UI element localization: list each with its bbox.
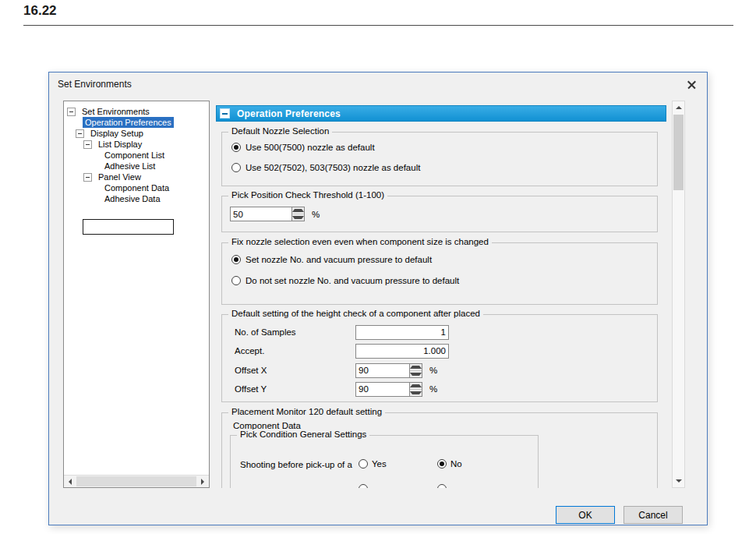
settings-tree: Set Environments Operation Preferences D… [63,101,210,488]
content-header-title: Operation Preferences [237,108,341,119]
scroll-left-icon[interactable] [64,476,76,487]
tree-item-display-setup[interactable]: Display Setup [64,128,209,139]
radio-label: Set nozzle No. and vacuum pressure to de… [246,255,432,264]
field-label: Accept. [235,346,355,355]
spin-up-icon[interactable] [410,364,422,371]
tree-item-label: List Display [96,139,144,150]
radio-yes[interactable] [359,459,368,469]
spin-up-icon[interactable] [292,207,304,214]
tree-item-list-display[interactable]: List Display [64,139,209,150]
spin-down-icon[interactable] [410,371,422,377]
expander-minus-icon[interactable] [83,173,92,182]
field-row-offset-y: Offset Y % [235,381,437,397]
radio-row-set-default: Set nozzle No. and vacuum pressure to de… [231,255,432,264]
expander-minus-icon[interactable] [76,129,84,138]
tree-item-adhesive-data[interactable]: Adhesive Data [64,193,209,204]
yes-option [359,484,368,488]
content-viewport: Operation Preferences Default Nozzle Sel… [216,101,671,488]
vertical-scroll-thumb[interactable] [673,115,684,190]
radio-label: Use 500(7500) nozzle as default [246,143,375,152]
spin-down-icon[interactable] [410,390,422,396]
close-icon[interactable] [686,79,698,90]
offset-y-input[interactable] [355,382,410,397]
radio-do-not-set-nozzle-default[interactable] [231,276,241,285]
offset-y-spinner[interactable] [410,382,422,397]
tree-item-label: Adhesive List [102,161,157,172]
group-title: Pick Position Check Threshold (1-100) [228,190,387,200]
pick-row-shooting-before-pickup: Shooting before pick-up of a Yes No [240,459,538,472]
radio-no[interactable] [437,484,447,488]
scroll-up-icon[interactable] [673,101,684,114]
threshold-row: % [230,207,320,221]
tree-item-adhesive-list[interactable]: Adhesive List [64,161,209,172]
tree-item-set-environments[interactable]: Set Environments [64,106,209,117]
content-area: Operation Preferences Default Nozzle Sel… [216,101,685,488]
no-option: No [437,459,462,469]
radio-set-nozzle-default[interactable] [231,255,241,264]
tree-edit-box[interactable] [83,219,174,235]
tree-item-label: Panel View [96,172,143,182]
yes-option: Yes [359,459,387,469]
tree-item-operation-preferences[interactable]: Operation Preferences [64,117,209,128]
collapse-minus-icon[interactable] [220,108,230,118]
field-row-offset-x: Offset X % [235,362,437,378]
expander-minus-icon[interactable] [67,108,76,116]
set-environments-dialog: Set Environments Set Environments Operat… [48,72,708,525]
tree-item-label: Component Data [102,182,171,193]
cancel-button[interactable]: Cancel [624,506,683,524]
threshold-spinner[interactable] [292,207,305,221]
percent-label: % [429,366,437,375]
horizontal-scroll-thumb[interactable] [76,476,196,486]
offset-x-input[interactable] [355,363,410,378]
field-label: No. of Samples [235,327,355,337]
dialog-title: Set Environments [58,79,132,90]
tree-item-component-list[interactable]: Component List [64,150,209,161]
group-height-check-defaults: Default setting of the height check of a… [221,314,658,402]
content-vertical-scrollbar[interactable] [672,101,685,488]
group-title: Pick Condition General Settings [237,430,369,439]
radio-row-nozzle-502: Use 502(7502), 503(7503) nozzle as defau… [231,163,420,172]
threshold-input[interactable] [230,207,292,221]
tree-item-label: Display Setup [88,128,146,139]
tree-item-component-data[interactable]: Component Data [64,182,209,193]
tree-item-label: Adhesive Data [102,193,163,204]
accept-input[interactable] [355,344,449,359]
offset-x-spinner[interactable] [410,363,422,378]
spin-down-icon[interactable] [292,214,304,221]
scroll-right-icon[interactable] [196,476,209,487]
field-row-accept: Accept. [235,343,449,359]
tree-item-label: Component List [102,150,167,161]
tree-horizontal-scrollbar[interactable] [64,475,209,487]
group-title: Default setting of the height check of a… [228,309,483,318]
tree-item-panel-view[interactable]: Panel View [64,172,209,182]
scroll-down-icon[interactable] [673,475,684,487]
field-row-no-of-samples: No. of Samples [235,324,449,340]
spin-up-icon[interactable] [410,383,422,390]
tree-items: Set Environments Operation Preferences D… [64,106,209,204]
radio-no[interactable] [437,459,447,469]
expander-minus-icon[interactable] [83,140,92,149]
group-pick-position-threshold: Pick Position Check Threshold (1-100) % [221,196,658,232]
percent-label: % [312,210,320,219]
radio-yes[interactable] [359,484,368,488]
tree-item-label: Set Environments [79,106,152,117]
group-placement-monitor: Placement Monitor 120 default setting Co… [221,412,658,488]
radio-row-do-not-set-default: Do not set nozzle No. and vacuum pressur… [231,276,459,285]
radio-use-502-503-default[interactable] [231,163,241,172]
field-label: Offset X [235,366,355,375]
heading-divider [23,25,733,26]
group-title: Placement Monitor 120 default setting [228,407,385,416]
section-heading: 16.22 [23,3,57,19]
group-pick-condition-general: Pick Condition General Settings Shooting… [230,435,539,488]
pick-row-clipped [240,484,538,488]
tree-item-label: Operation Preferences [83,117,174,128]
percent-label: % [429,384,437,394]
radio-use-500-default[interactable] [231,143,241,152]
no-of-samples-input[interactable] [355,325,449,340]
dialog-titlebar[interactable]: Set Environments [49,72,707,96]
radio-label: Yes [372,459,387,469]
group-fix-nozzle-selection: Fix nozzle selection even even when comp… [221,242,658,305]
field-label: Shooting before pick-up of a [240,460,352,469]
group-title: Fix nozzle selection even even when comp… [228,237,492,246]
ok-button[interactable]: OK [556,506,615,524]
